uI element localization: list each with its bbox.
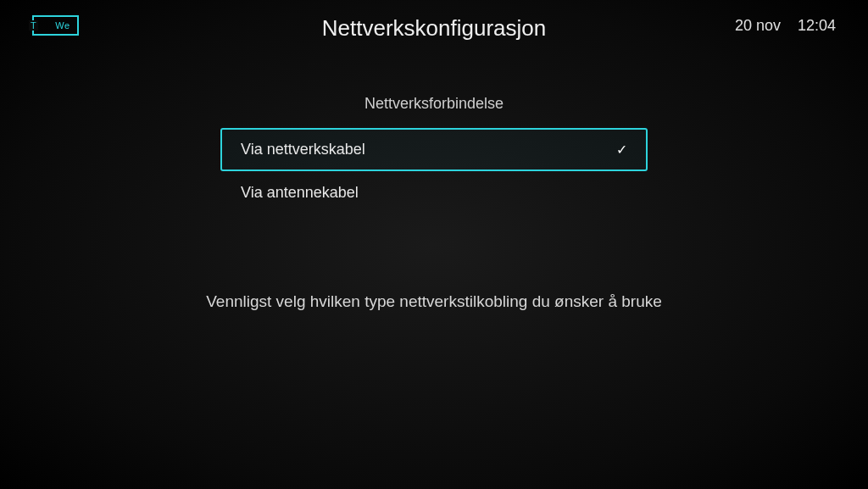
option-network-cable[interactable]: Via nettverkskabel ✓ <box>220 128 648 171</box>
content-area: Nettverksforbindelse Via nettverkskabel … <box>0 95 868 311</box>
checkmark-icon: ✓ <box>616 142 627 158</box>
option-antenna-cable[interactable]: Via antennekabel <box>220 171 648 214</box>
date-label: 20 nov <box>735 17 781 35</box>
page-title: Nettverkskonfigurasjon <box>322 15 546 42</box>
options-list: Via nettverkskabel ✓ Via antennekabel <box>220 128 648 214</box>
brand-logo: T We <box>32 15 79 36</box>
option-label: Via nettverkskabel <box>241 141 365 158</box>
logo-text: We <box>55 20 70 31</box>
time-label: 12:04 <box>798 17 836 35</box>
option-label: Via antennekabel <box>241 184 359 202</box>
datetime-display: 20 nov 12:04 <box>735 17 836 35</box>
logo-prefix: T <box>29 20 38 31</box>
section-label: Nettverksforbindelse <box>364 95 504 113</box>
instruction-text: Vennligst velg hvilken type nettverkstil… <box>206 292 662 311</box>
